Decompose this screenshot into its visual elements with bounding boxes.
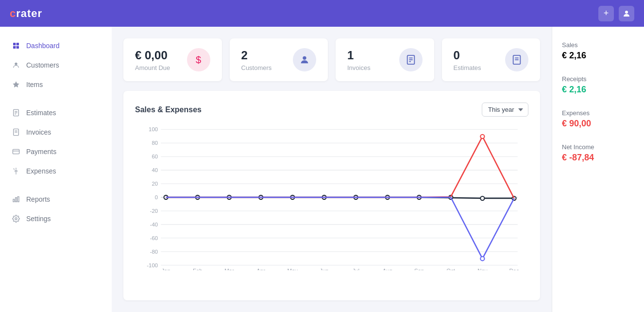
svg-text:Sep: Sep <box>414 268 424 270</box>
svg-point-16 <box>15 170 17 172</box>
expenses-icon <box>12 167 20 175</box>
main-layout: Dashboard Customers Items Estimates Inv <box>0 27 644 312</box>
stat-value: € 0,00 <box>135 49 170 62</box>
svg-text:Dec: Dec <box>509 268 519 270</box>
svg-rect-1 <box>13 43 16 45</box>
stat-label: Invoices <box>347 64 371 71</box>
sidebar-item-label: Dashboard <box>26 42 60 50</box>
svg-text:-20: -20 <box>150 208 158 214</box>
settings-icon <box>12 214 20 223</box>
svg-point-24 <box>303 56 306 60</box>
metric-value: € 2,16 <box>562 85 634 95</box>
payments-icon <box>12 147 20 156</box>
svg-text:40: 40 <box>152 167 158 173</box>
navbar: crater + <box>0 0 644 27</box>
sidebar-item-invoices[interactable]: Invoices <box>0 123 112 141</box>
sidebar-item-label: Settings <box>26 215 51 223</box>
customers-stat-icon <box>293 48 316 71</box>
svg-point-23 <box>15 218 17 220</box>
right-panel: Sales € 2,16 Receipts € 2,16 Expenses € … <box>552 27 644 312</box>
metric-label: Net Income <box>562 143 634 151</box>
svg-point-78 <box>480 135 484 139</box>
svg-text:100: 100 <box>149 126 158 132</box>
sidebar-item-label: Payments <box>26 148 56 156</box>
navbar-actions: + <box>598 6 634 21</box>
stat-card-invoices: 1 Invoices <box>336 38 434 81</box>
metric-receipts: Receipts € 2,16 <box>562 75 634 95</box>
svg-text:80: 80 <box>152 140 158 146</box>
svg-text:Jan: Jan <box>161 268 170 270</box>
dashboard-icon <box>12 41 20 50</box>
svg-text:60: 60 <box>152 154 158 159</box>
metric-expenses: Expenses € 90,00 <box>562 109 634 129</box>
svg-rect-4 <box>17 46 19 49</box>
svg-text:20: 20 <box>152 181 158 187</box>
add-button[interactable]: + <box>598 6 614 21</box>
sidebar-item-customers[interactable]: Customers <box>0 56 112 74</box>
svg-text:0: 0 <box>155 194 158 200</box>
svg-point-5 <box>15 63 17 65</box>
sales-expenses-chart: .grid-line { stroke: #e5e7eb; stroke-wid… <box>135 124 528 270</box>
svg-text:Jun: Jun <box>320 268 328 270</box>
stat-info: € 0,00 Amount Due <box>135 49 170 71</box>
svg-text:May: May <box>288 268 298 270</box>
svg-rect-20 <box>13 199 15 202</box>
avatar[interactable] <box>619 6 634 21</box>
svg-text:Oct: Oct <box>446 268 456 270</box>
stat-value: 0 <box>454 49 481 62</box>
stat-card-customers: 2 Customers <box>230 38 328 81</box>
svg-rect-2 <box>17 43 19 45</box>
sidebar-item-label: Estimates <box>26 109 56 117</box>
stat-info: 0 Estimates <box>454 49 481 71</box>
sidebar: Dashboard Customers Items Estimates Inv <box>0 27 112 312</box>
metric-net-income: Net Income € -87,84 <box>562 143 634 163</box>
estimates-icon <box>12 108 20 117</box>
sidebar-item-label: Reports <box>26 195 50 203</box>
svg-text:-60: -60 <box>150 235 158 241</box>
sidebar-item-payments[interactable]: Payments <box>0 142 112 161</box>
content-area: € 0,00 Amount Due $ 2 Customers 1 Invoic… <box>112 27 552 312</box>
sidebar-item-label: Customers <box>26 61 59 69</box>
stat-info: 2 Customers <box>241 49 272 71</box>
sidebar-item-estimates[interactable]: Estimates <box>0 104 112 122</box>
svg-marker-6 <box>13 81 19 87</box>
sidebar-item-reports[interactable]: Reports <box>0 190 112 208</box>
sidebar-item-settings[interactable]: Settings <box>0 209 112 228</box>
stat-label: Amount Due <box>135 64 170 71</box>
sidebar-item-dashboard[interactable]: Dashboard <box>0 36 112 55</box>
metric-label: Receipts <box>562 75 634 83</box>
svg-rect-22 <box>17 197 19 202</box>
svg-text:-80: -80 <box>150 249 158 255</box>
svg-rect-3 <box>13 46 16 49</box>
stat-value: 2 <box>241 49 272 62</box>
svg-text:Aug: Aug <box>383 268 392 270</box>
svg-text:Nov: Nov <box>477 268 488 270</box>
svg-rect-21 <box>16 198 17 202</box>
stat-card-estimates: 0 Estimates <box>442 38 541 81</box>
metric-sales: Sales € 2,16 <box>562 41 634 61</box>
stat-label: Estimates <box>454 64 481 71</box>
svg-line-19 <box>14 169 15 170</box>
svg-point-0 <box>625 11 628 14</box>
invoices-stat-icon <box>399 48 423 71</box>
chart-container: .grid-line { stroke: #e5e7eb; stroke-wid… <box>135 124 528 270</box>
items-icon <box>12 80 20 89</box>
sidebar-item-expenses[interactable]: Expenses <box>0 162 112 180</box>
invoices-icon <box>12 128 20 137</box>
stat-card-amount-due: € 0,00 Amount Due $ <box>123 38 222 81</box>
amount-due-icon: $ <box>187 48 210 71</box>
sidebar-item-label: Invoices <box>26 128 51 136</box>
sidebar-item-label: Expenses <box>26 167 56 175</box>
svg-text:Jul: Jul <box>352 268 359 270</box>
sidebar-item-items[interactable]: Items <box>0 75 112 94</box>
stat-info: 1 Invoices <box>347 49 371 71</box>
metric-label: Sales <box>562 41 634 49</box>
metric-label: Expenses <box>562 109 634 117</box>
estimates-stat-icon <box>505 48 528 71</box>
svg-rect-14 <box>13 149 19 154</box>
metric-value: € 2,16 <box>562 51 634 61</box>
metric-value: € -87,84 <box>562 153 634 163</box>
svg-text:Apr: Apr <box>256 268 265 270</box>
year-filter-select[interactable]: This year <box>482 103 528 117</box>
svg-point-79 <box>480 257 484 260</box>
